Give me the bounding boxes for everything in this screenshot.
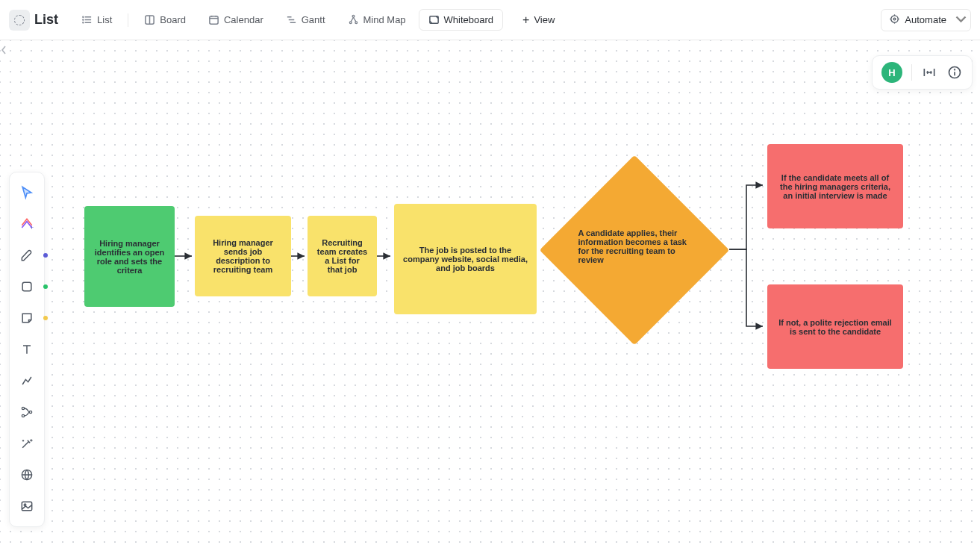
svg-point-42 — [955, 69, 955, 70]
tool-select[interactable] — [13, 179, 40, 206]
node-text: Hiring manager identifies an open role a… — [93, 239, 166, 275]
tool-ai-generate[interactable]: + — [13, 211, 40, 237]
svg-point-4 — [83, 19, 84, 20]
tab-whiteboard[interactable]: Whiteboard — [419, 9, 503, 31]
board-icon — [144, 14, 155, 25]
flow-node[interactable]: The job is posted to the company website… — [394, 204, 537, 314]
svg-point-17 — [355, 22, 357, 24]
tool-connector[interactable] — [13, 367, 40, 394]
tool-pen[interactable] — [13, 242, 40, 269]
svg-rect-8 — [210, 16, 218, 24]
tool-text[interactable] — [13, 336, 40, 363]
tool-relationship[interactable] — [13, 399, 40, 426]
tab-label: Calendar — [224, 14, 263, 25]
svg-point-3 — [83, 16, 84, 17]
user-avatar[interactable]: H — [881, 62, 902, 83]
mindmap-icon — [348, 14, 359, 25]
dashed-circle-icon — [14, 15, 25, 25]
color-dot — [43, 253, 48, 258]
svg-point-20 — [893, 18, 896, 20]
flow-node[interactable]: Recruiting team creates a List for that … — [308, 216, 377, 296]
node-text: If not, a polite rejection email is sent… — [776, 318, 894, 336]
tool-shape[interactable] — [13, 273, 40, 300]
flow-node-outcome[interactable]: If not, a polite rejection email is sent… — [767, 284, 903, 369]
node-text: A candidate applies, their information b… — [578, 228, 690, 264]
header: List List Board Calendar Gantt — [0, 0, 980, 40]
flow-node-outcome[interactable]: If the candidate meets all of the hiring… — [767, 144, 903, 228]
add-view-label: View — [534, 14, 555, 25]
svg-point-5 — [83, 22, 84, 23]
tab-label: List — [97, 14, 112, 25]
canvas-controls: H — [872, 55, 973, 90]
gantt-icon — [286, 14, 297, 25]
tab-label: Mind Map — [363, 14, 406, 25]
node-text: Hiring manager sends job description to … — [204, 238, 282, 274]
tab-mindmap[interactable]: Mind Map — [338, 9, 416, 31]
info-button[interactable] — [946, 64, 963, 81]
view-tabs: List Board Calendar Gantt Mind Map — [72, 9, 562, 31]
svg-point-19 — [891, 15, 898, 22]
tab-label: Whiteboard — [444, 14, 493, 25]
whiteboard-canvas[interactable]: Hiring manager identifies an open role a… — [0, 40, 980, 545]
tool-sticky[interactable] — [13, 305, 40, 331]
plus-icon: + — [522, 14, 529, 26]
node-text: If the candidate meets all of the hiring… — [776, 173, 894, 200]
app-title: List — [34, 12, 58, 28]
tab-gantt[interactable]: Gantt — [276, 9, 335, 31]
tool-magic[interactable] — [13, 430, 40, 457]
tool-web[interactable] — [13, 461, 40, 488]
tab-label: Board — [160, 14, 186, 25]
node-text: Recruiting team creates a List for that … — [316, 238, 368, 274]
flow-node-start[interactable]: Hiring manager identifies an open role a… — [84, 206, 175, 307]
svg-point-32 — [22, 407, 24, 409]
svg-point-33 — [22, 414, 24, 417]
svg-point-15 — [352, 15, 355, 17]
tab-list[interactable]: List — [72, 9, 122, 31]
avatar-initial: H — [888, 67, 895, 78]
node-text: The job is posted to the company website… — [403, 246, 528, 272]
tab-label: Gantt — [302, 14, 325, 25]
tab-divider — [128, 13, 128, 27]
svg-point-34 — [29, 411, 31, 413]
whiteboard-icon — [428, 14, 440, 25]
color-dot — [43, 284, 48, 289]
list-icon — [81, 14, 93, 25]
flow-node-decision[interactable]: A candidate applies, their information b… — [634, 249, 634, 250]
tab-board[interactable]: Board — [134, 9, 196, 31]
svg-rect-29 — [22, 282, 31, 291]
app-icon[interactable] — [9, 10, 30, 31]
chevron-down-icon — [955, 13, 963, 27]
fit-width-button[interactable] — [921, 64, 937, 81]
collapse-handle[interactable] — [0, 45, 7, 55]
svg-point-16 — [349, 22, 352, 24]
automate-label: Automate — [905, 14, 946, 25]
color-dot — [43, 316, 48, 320]
automate-icon — [889, 13, 900, 27]
whiteboard-toolbar: + — [9, 172, 45, 527]
flow-node[interactable]: Hiring manager sends job description to … — [195, 216, 291, 296]
automate-button[interactable]: Automate — [881, 9, 971, 31]
tool-image[interactable] — [13, 493, 40, 520]
tab-calendar[interactable]: Calendar — [199, 9, 273, 31]
add-view-button[interactable]: + View — [515, 10, 562, 31]
separator — [911, 64, 912, 81]
svg-text:+: + — [30, 224, 34, 231]
calendar-icon — [208, 14, 219, 25]
